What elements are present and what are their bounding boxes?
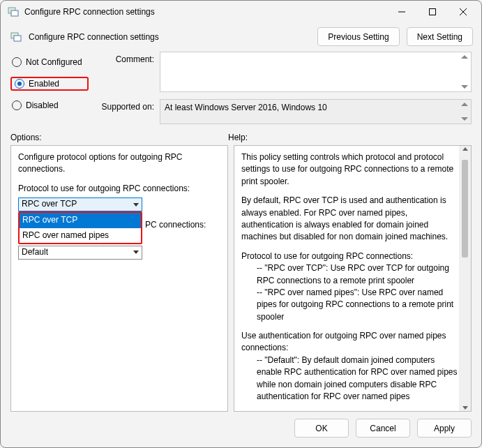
scroll-down-icon[interactable]: [462, 406, 468, 410]
comment-label: Comment:: [97, 52, 154, 64]
maximize-button[interactable]: [417, 1, 448, 22]
scroll-up-icon[interactable]: [461, 103, 468, 106]
scroll-down-icon[interactable]: [461, 117, 468, 121]
protocol-label: Protocol to use for outgoing RPC connect…: [18, 183, 220, 195]
help-scrollbar[interactable]: [459, 146, 471, 411]
minimize-button[interactable]: [386, 1, 417, 22]
radio-label: Disabled: [26, 100, 59, 110]
help-panel: This policy setting controls which proto…: [234, 145, 472, 412]
panels: Configure protocol options for outgoing …: [1, 145, 481, 412]
help-p4a: -- "Default": By default domain joined c…: [241, 354, 458, 403]
comment-input[interactable]: [160, 52, 472, 92]
apply-button[interactable]: Apply: [417, 419, 472, 438]
radio-enabled[interactable]: Enabled: [10, 77, 89, 91]
radio-not-configured[interactable]: Not Configured: [10, 56, 89, 68]
protocol-select[interactable]: RPC over TCP: [18, 197, 142, 211]
protocol-dropdown: RPC over TCP RPC over named pipes: [18, 211, 142, 244]
svg-rect-7: [14, 36, 21, 41]
scroll-up-icon[interactable]: [462, 147, 468, 151]
radio-label: Not Configured: [26, 57, 82, 67]
radio-label: Enabled: [29, 79, 59, 89]
options-panel: Configure protocol options for outgoing …: [10, 145, 228, 412]
radio-icon: [12, 57, 22, 67]
auth-select[interactable]: Default: [18, 246, 142, 260]
svg-rect-3: [430, 9, 436, 15]
close-button[interactable]: [448, 1, 479, 22]
protocol-selected: RPC over TCP: [22, 198, 77, 210]
help-p3: Protocol to use for outgoing RPC connect…: [241, 251, 458, 262]
form-column: Comment: Supported on: At least Windows …: [97, 52, 472, 124]
app-icon: [8, 6, 19, 17]
dropdown-item-rpc-tcp[interactable]: RPC over TCP: [20, 213, 141, 227]
help-label: Help:: [228, 133, 472, 142]
section-labels: Options: Help:: [1, 128, 481, 145]
config-area: Not Configured Enabled Disabled Comment:…: [1, 52, 481, 128]
scroll-down-icon[interactable]: [461, 85, 468, 89]
radio-icon: [15, 79, 24, 89]
help-p4: Use authentication for outgoing RPC over…: [241, 330, 458, 354]
help-p3b: -- "RPC over named pipes": Use RPC over …: [241, 287, 458, 323]
chevron-down-icon: [133, 251, 139, 254]
options-intro: Configure protocol options for outgoing …: [18, 151, 220, 176]
state-radios: Not Configured Enabled Disabled: [10, 52, 89, 124]
header-title: Configure RPC connection settings: [29, 32, 310, 42]
next-setting-button[interactable]: Next Setting: [407, 27, 473, 46]
radio-disabled[interactable]: Disabled: [10, 99, 89, 112]
auth-selected: Default: [22, 246, 48, 258]
titlebar: Configure RPC connection settings: [1, 1, 481, 23]
footer: OK Cancel Apply: [1, 412, 481, 447]
previous-setting-button[interactable]: Previous Setting: [317, 27, 399, 46]
scroll-up-icon[interactable]: [461, 55, 468, 59]
policy-icon: [10, 31, 22, 43]
scroll-thumb[interactable]: [462, 160, 468, 257]
window-title: Configure RPC connection settings: [24, 7, 386, 17]
dropdown-item-rpc-pipes[interactable]: RPC over named pipes: [20, 228, 141, 243]
supported-label: Supported on:: [97, 99, 154, 112]
ok-button[interactable]: OK: [294, 419, 349, 438]
cancel-button[interactable]: Cancel: [356, 419, 410, 438]
help-p3a: -- "RPC over TCP": Use RPC over TCP for …: [241, 262, 458, 287]
options-label: Options:: [10, 133, 228, 142]
header: Configure RPC connection settings Previo…: [1, 23, 481, 52]
supported-on-box: At least Windows Server 2016, Windows 10: [160, 99, 472, 124]
radio-icon: [12, 100, 22, 110]
help-p1: This policy setting controls which proto…: [241, 151, 458, 188]
svg-rect-1: [11, 10, 18, 16]
chevron-down-icon: [133, 203, 139, 207]
auth-label-fragment: PC connections:: [145, 219, 206, 231]
help-p2: By default, RPC over TCP is used and aut…: [241, 195, 458, 244]
